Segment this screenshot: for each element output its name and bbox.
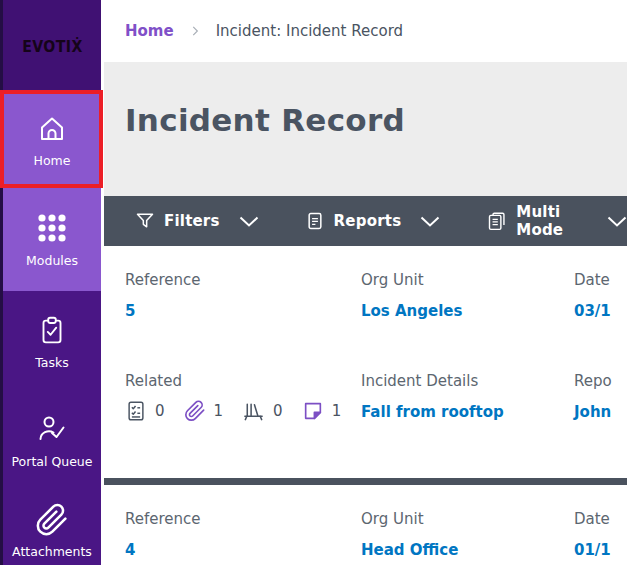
library-icon xyxy=(242,399,265,422)
multi-pages-icon xyxy=(486,211,507,232)
breadcrumb: Home Incident: Incident Record xyxy=(104,0,627,62)
person-check-icon xyxy=(34,411,70,447)
multi-mode-dropdown[interactable]: Multi Mode xyxy=(486,203,627,239)
sidebar-item-label: Attachments xyxy=(12,544,92,559)
sidebar-item-label: Tasks xyxy=(35,355,69,370)
chevron-down-icon xyxy=(239,216,259,227)
multi-mode-label: Multi Mode xyxy=(516,203,588,239)
related-count: 0 xyxy=(155,402,165,420)
related-count: 1 xyxy=(332,402,342,420)
incident-details-link[interactable]: Fall from rooftop xyxy=(361,403,574,422)
org-unit-value-link[interactable]: Los Angeles xyxy=(361,302,574,321)
related-items: 0 1 xyxy=(125,399,361,422)
field-label: Related xyxy=(125,373,361,390)
incident-record-row[interactable]: Reference 4 Org Unit Head Office Date 01… xyxy=(104,485,627,560)
filters-label: Filters xyxy=(164,212,220,230)
evotix-logo: EVOTIẊ xyxy=(3,0,101,92)
date-value-link[interactable]: 03/1 xyxy=(574,302,627,321)
filter-funnel-icon xyxy=(135,211,155,231)
field-label: Org Unit xyxy=(361,511,574,528)
tasks-clipboard-icon xyxy=(35,314,69,348)
field-label: Reference xyxy=(125,272,361,289)
main-panel: Home Incident: Incident Record Incident … xyxy=(104,0,627,565)
sidebar-item-tasks[interactable]: Tasks xyxy=(3,291,101,392)
breadcrumb-current: Incident: Incident Record xyxy=(216,22,403,40)
org-unit-value-link[interactable]: Head Office xyxy=(361,541,574,560)
related-count: 0 xyxy=(273,402,283,420)
sidebar: EVOTIẊ Home Modules Tas xyxy=(0,0,101,565)
related-notes[interactable]: 1 xyxy=(302,400,342,422)
related-library[interactable]: 0 xyxy=(242,399,283,422)
sidebar-item-attachments[interactable]: Attachments xyxy=(3,487,101,565)
modules-grid-icon xyxy=(34,210,70,246)
breadcrumb-home-link[interactable]: Home xyxy=(125,22,174,40)
evotix-logo-text: EVOTIẊ xyxy=(22,37,83,56)
reference-value-link[interactable]: 5 xyxy=(125,302,361,321)
field-label: Date xyxy=(574,511,627,528)
chevron-down-icon xyxy=(420,216,440,227)
filters-dropdown[interactable]: Filters xyxy=(135,211,259,231)
checklist-doc-icon xyxy=(125,400,147,422)
paperclip-icon xyxy=(35,503,69,537)
field-label: Incident Details xyxy=(361,373,574,390)
reported-by-link[interactable]: John xyxy=(574,403,627,422)
reports-label: Reports xyxy=(334,212,402,230)
chevron-down-icon xyxy=(607,216,627,227)
sidebar-item-label: Home xyxy=(34,153,71,168)
toolbar: Filters Reports xyxy=(104,196,627,246)
incident-record-row[interactable]: Reference 5 Org Unit Los Angeles Date 03… xyxy=(104,246,627,422)
reference-value-link[interactable]: 4 xyxy=(125,541,361,560)
sticky-note-icon xyxy=(302,400,324,422)
record-separator xyxy=(104,478,627,485)
related-checklist[interactable]: 0 xyxy=(125,400,165,422)
sidebar-item-home[interactable]: Home xyxy=(3,92,101,186)
date-value-link[interactable]: 01/1 xyxy=(574,541,627,560)
sidebar-item-modules[interactable]: Modules xyxy=(3,186,101,291)
sidebar-item-label: Modules xyxy=(26,253,78,268)
sidebar-item-portal-queue[interactable]: Portal Queue xyxy=(3,392,101,487)
report-document-icon xyxy=(305,211,325,231)
related-attachments[interactable]: 1 xyxy=(184,400,224,422)
record-list: Reference 5 Org Unit Los Angeles Date 03… xyxy=(104,246,627,560)
reports-dropdown[interactable]: Reports xyxy=(305,211,441,231)
field-label: Reference xyxy=(125,511,361,528)
related-count: 1 xyxy=(214,402,224,420)
page-header: Incident Record xyxy=(104,62,627,196)
field-label: Repo xyxy=(574,373,627,390)
chevron-right-icon xyxy=(188,24,202,38)
paperclip-icon xyxy=(184,400,206,422)
sidebar-item-label: Portal Queue xyxy=(12,454,93,469)
page-title: Incident Record xyxy=(104,62,627,138)
home-icon xyxy=(34,110,70,146)
field-label: Date xyxy=(574,272,627,289)
field-label: Org Unit xyxy=(361,272,574,289)
